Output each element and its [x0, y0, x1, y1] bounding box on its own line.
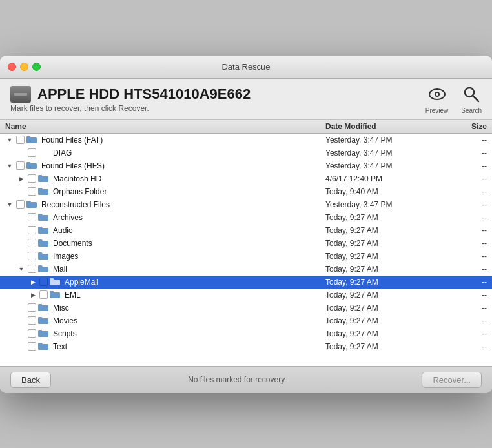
file-name: Misc: [53, 303, 69, 312]
row-checkbox[interactable]: [39, 278, 48, 286]
row-checkbox[interactable]: [28, 226, 36, 234]
folder-icon: [38, 329, 48, 338]
table-row[interactable]: Text Today, 9:27 AM --: [0, 340, 492, 353]
folder-icon: [38, 265, 48, 273]
expand-arrow[interactable]: [17, 329, 26, 338]
folder-icon: [38, 174, 48, 183]
table-row[interactable]: Audio Today, 9:27 AM --: [0, 224, 492, 237]
date-modified: Today, 9:27 AM: [325, 329, 442, 338]
row-checkbox[interactable]: [28, 329, 36, 338]
back-button[interactable]: Back: [10, 372, 51, 388]
preview-label: Preview: [425, 107, 449, 114]
file-size: --: [442, 252, 487, 261]
table-row[interactable]: Archives Today, 9:27 AM --: [0, 211, 492, 224]
search-action[interactable]: Search: [461, 85, 482, 114]
row-checkbox[interactable]: [28, 252, 36, 260]
date-modified: 4/6/17 12:40 PM: [325, 174, 442, 183]
expand-arrow[interactable]: [28, 290, 37, 300]
file-name: Found Files (HFS): [41, 161, 105, 170]
file-name: EML: [65, 290, 81, 300]
date-modified: Today, 9:27 AM: [325, 342, 442, 351]
table-row[interactable]: Images Today, 9:27 AM --: [0, 250, 492, 263]
status-text: No files marked for recovery: [188, 375, 285, 384]
preview-action[interactable]: Preview: [425, 85, 449, 114]
folder-icon: [50, 290, 60, 299]
row-checkbox[interactable]: [28, 239, 36, 247]
expand-arrow[interactable]: [17, 174, 26, 183]
date-modified: Today, 9:27 AM: [325, 303, 442, 312]
folder-icon: [26, 200, 37, 209]
row-checkbox[interactable]: [28, 342, 36, 351]
file-size: --: [442, 290, 487, 300]
row-checkbox[interactable]: [28, 174, 36, 183]
table-row[interactable]: Documents Today, 9:27 AM --: [0, 237, 492, 250]
expand-arrow[interactable]: [17, 187, 26, 196]
folder-icon: [50, 278, 60, 286]
table-row[interactable]: Mail Today, 9:27 AM --: [0, 263, 492, 276]
table-row[interactable]: Found Files (HFS) Yesterday, 3:47 PM --: [0, 159, 492, 172]
folder-icon: [38, 316, 48, 325]
row-checkbox[interactable]: [39, 290, 48, 299]
table-row[interactable]: EML Today, 9:27 AM --: [0, 289, 492, 301]
row-checkbox[interactable]: [16, 161, 25, 170]
folder-icon: [26, 136, 37, 144]
table-row[interactable]: DIAG Yesterday, 3:47 PM --: [0, 147, 492, 159]
expand-arrow[interactable]: [5, 200, 14, 209]
window-title: Data Rescue: [221, 62, 270, 72]
maximize-button[interactable]: [32, 63, 41, 71]
row-checkbox[interactable]: [28, 148, 36, 157]
row-checkbox[interactable]: [16, 200, 25, 209]
expand-arrow[interactable]: [17, 252, 26, 261]
table-row[interactable]: Reconstructed Files Yesterday, 3:47 PM -…: [0, 198, 492, 211]
row-checkbox[interactable]: [28, 265, 36, 273]
table-row[interactable]: Macintosh HD 4/6/17 12:40 PM --: [0, 172, 492, 185]
table-row[interactable]: Movies Today, 9:27 AM --: [0, 314, 492, 327]
expand-arrow[interactable]: [17, 316, 26, 325]
file-name: Movies: [53, 316, 77, 325]
expand-arrow[interactable]: [17, 226, 26, 235]
expand-arrow[interactable]: [5, 161, 14, 170]
date-modified: Today, 9:27 AM: [325, 252, 442, 261]
file-name: AppleMail: [65, 278, 99, 287]
expand-arrow[interactable]: [17, 213, 26, 222]
file-size: --: [442, 265, 487, 274]
file-name: Reconstructed Files: [41, 200, 110, 209]
expand-arrow[interactable]: [17, 148, 26, 158]
date-modified: Yesterday, 3:47 PM: [325, 148, 442, 158]
row-checkbox[interactable]: [28, 213, 36, 221]
row-checkbox[interactable]: [28, 316, 36, 325]
row-checkbox[interactable]: [16, 136, 25, 144]
expand-arrow[interactable]: [5, 136, 14, 145]
expand-arrow[interactable]: [17, 239, 26, 248]
table-row[interactable]: AppleMail Today, 9:27 AM --: [0, 276, 492, 289]
title-bar: Data Rescue: [0, 56, 492, 79]
search-icon: [462, 85, 480, 106]
expand-arrow[interactable]: [28, 278, 37, 287]
expand-arrow[interactable]: [17, 265, 26, 274]
close-button[interactable]: [8, 63, 16, 71]
table-row[interactable]: Orphans Folder Today, 9:40 AM --: [0, 185, 492, 198]
table-row[interactable]: Misc Today, 9:27 AM --: [0, 301, 492, 314]
column-date: Date Modified: [325, 122, 442, 131]
folder-icon: [38, 303, 48, 312]
folder-icon: [26, 161, 37, 170]
minimize-button[interactable]: [20, 63, 28, 71]
table-row[interactable]: Scripts Today, 9:27 AM --: [0, 327, 492, 340]
table-row[interactable]: Found Files (FAT) Yesterday, 3:47 PM --: [0, 134, 492, 147]
date-modified: Today, 9:27 AM: [325, 316, 442, 325]
expand-arrow[interactable]: [17, 303, 26, 312]
date-modified: Today, 9:27 AM: [325, 278, 442, 287]
hdd-icon: [10, 86, 31, 103]
row-checkbox[interactable]: [28, 303, 36, 312]
file-name: Images: [53, 252, 78, 261]
file-size: --: [442, 303, 487, 312]
file-size: --: [442, 226, 487, 235]
file-size: --: [442, 187, 487, 196]
drive-title-row: APPLE HDD HTS541010A9E662: [10, 86, 251, 103]
traffic-lights: [8, 63, 41, 71]
recover-button[interactable]: Recover...: [422, 372, 482, 388]
date-modified: Today, 9:27 AM: [325, 226, 442, 235]
date-modified: Today, 9:27 AM: [325, 213, 442, 222]
row-checkbox[interactable]: [28, 187, 36, 196]
expand-arrow[interactable]: [17, 342, 26, 351]
